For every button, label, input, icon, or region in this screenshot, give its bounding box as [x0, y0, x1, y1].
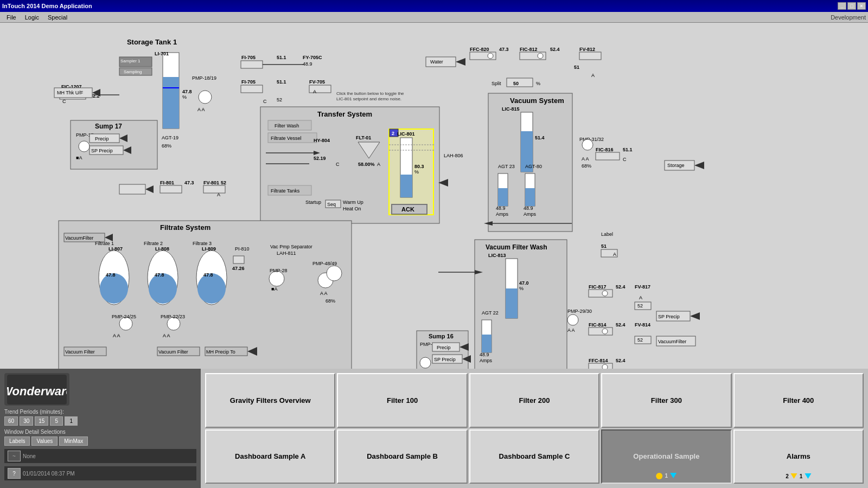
svg-text:Label: Label	[601, 232, 613, 237]
svg-rect-35	[309, 85, 331, 93]
svg-text:51.4: 51.4	[535, 135, 545, 140]
close-button[interactable]: ×	[857, 2, 866, 10]
trend-btn-15[interactable]: 15	[35, 416, 48, 426]
svg-text:FIC-817: FIC-817	[589, 284, 607, 290]
svg-text:Vacuum Filter: Vacuum Filter	[65, 349, 95, 355]
indicator-count-1: 1	[665, 473, 668, 479]
trend-btn-5[interactable]: 5	[50, 416, 63, 426]
nav-btn-filter-300[interactable]: Filter 300	[601, 373, 731, 428]
svg-text:A A: A A	[320, 291, 328, 296]
svg-text:LIC-815: LIC-815	[502, 106, 520, 112]
trend-btn-60[interactable]: 60	[4, 416, 18, 426]
svg-text:C: C	[62, 99, 66, 104]
svg-text:Heat On: Heat On	[343, 206, 361, 211]
title-bar-controls: _ □ ×	[838, 2, 866, 10]
nav-btn-dashboard-sample-c[interactable]: Dashboard Sample C	[469, 429, 599, 484]
svg-text:PMP-24/25: PMP-24/25	[112, 314, 136, 319]
wonderware-panel: Wonderware Trend Periods (minutes): 60 3…	[0, 369, 201, 488]
svg-rect-26	[241, 61, 263, 68]
svg-text:Filtrate Vessel: Filtrate Vessel	[271, 136, 302, 141]
nav-btn-dashboard-sample-a[interactable]: Dashboard Sample A	[205, 429, 335, 484]
detail-btn-values[interactable]: Values	[31, 436, 58, 446]
svg-text:Sampler 1: Sampler 1	[120, 59, 141, 63]
svg-text:FFC-814: FFC-814	[589, 358, 608, 363]
nav-btn-filter-400[interactable]: Filter 400	[733, 373, 864, 428]
svg-text:Wonderware: Wonderware	[7, 384, 67, 398]
svg-text:A: A	[591, 73, 595, 78]
trend-btn-30[interactable]: 30	[20, 416, 33, 426]
window-detail-section: Window Detail Selections Labels Values M…	[4, 429, 196, 446]
minimize-button[interactable]: _	[838, 2, 846, 10]
svg-text:A: A	[377, 162, 380, 167]
svg-text:HY-804: HY-804	[314, 138, 330, 143]
detail-btn-labels[interactable]: Labels	[4, 436, 30, 446]
svg-text:48.9: 48.9	[524, 206, 533, 211]
nav-btn-dashboard-sample-b[interactable]: Dashboard Sample B	[337, 429, 467, 484]
svg-text:47.8: 47.8	[155, 272, 164, 278]
svg-rect-193	[506, 288, 518, 318]
svg-point-241	[420, 357, 431, 368]
svg-text:PI-810: PI-810	[235, 246, 250, 252]
nav-btn-gravity-filters-overview[interactable]: Gravity Filters Overview	[205, 373, 335, 428]
title-bar: InTouch 2014 Demo Application _ □ ×	[0, 0, 868, 12]
svg-rect-136	[203, 185, 225, 193]
svg-text:47.3: 47.3	[499, 47, 509, 52]
svg-text:Vacuum Filter: Vacuum Filter	[158, 349, 188, 355]
svg-text:FIC-814: FIC-814	[589, 322, 607, 328]
svg-text:FV-801: FV-801	[203, 180, 219, 185]
menu-special[interactable]: Special	[43, 13, 72, 22]
storage-tank-1-label: Storage Tank 1	[127, 38, 177, 46]
svg-text:Filtrate System: Filtrate System	[160, 223, 210, 232]
svg-text:48.9: 48.9	[496, 206, 506, 211]
svg-text:51: 51	[601, 243, 607, 249]
svg-rect-169	[596, 152, 620, 160]
svg-text:Amps: Amps	[480, 358, 493, 363]
svg-text:LAH-811: LAH-811	[277, 251, 296, 256]
menu-file[interactable]: File	[2, 13, 21, 22]
svg-text:Vac Pmp Separator: Vac Pmp Separator	[270, 244, 312, 249]
svg-text:PMP-18/19: PMP-18/19	[192, 75, 216, 81]
svg-rect-140	[233, 256, 244, 264]
svg-text:Precip: Precip	[437, 345, 451, 350]
nav-btn-filter-200[interactable]: Filter 200	[469, 373, 599, 428]
help-icon[interactable]: ?	[8, 468, 21, 479]
menu-logic[interactable]: Logic	[21, 13, 43, 22]
svg-text:58.00%: 58.00%	[358, 162, 375, 167]
svg-text:48.9: 48.9	[303, 61, 312, 67]
svg-text:SP Precip: SP Precip	[658, 314, 680, 319]
svg-text:FV-705: FV-705	[309, 79, 325, 85]
svg-text:LI-809: LI-809	[202, 246, 216, 252]
bottom-panel: Wonderware Trend Periods (minutes): 60 3…	[0, 369, 868, 488]
maximize-button[interactable]: □	[847, 2, 856, 10]
nav-grid: Gravity Filters Overview Filter 100 Filt…	[201, 369, 868, 488]
svg-text:LI-807: LI-807	[108, 246, 123, 252]
menu-bar: File Logic Special Development	[0, 12, 868, 23]
svg-text:FIC-816: FIC-816	[596, 147, 614, 152]
indicator-yellow-triangle	[791, 473, 797, 479]
svg-text:C: C	[336, 162, 340, 167]
none-bar: ~ None	[4, 449, 196, 463]
svg-text:C: C	[263, 99, 267, 104]
svg-point-48	[538, 53, 543, 59]
svg-text:FLT-01: FLT-01	[356, 135, 371, 140]
svg-text:47.8: 47.8	[106, 272, 116, 278]
indicator-cyan-triangle-2	[805, 473, 811, 479]
trend-section: Trend Periods (minutes): 60 30 15 5 1	[4, 409, 196, 426]
svg-text:AGT-19: AGT-19	[162, 135, 178, 140]
svg-text:A: A	[217, 192, 220, 197]
wave-icon[interactable]: ~	[8, 451, 21, 461]
nav-btn-filter-100[interactable]: Filter 100	[337, 373, 467, 428]
trend-label: Trend Periods (minutes):	[4, 409, 196, 415]
svg-text:FV-814: FV-814	[635, 322, 650, 328]
nav-btn-alarms[interactable]: Alarms 2 1	[733, 429, 864, 484]
svg-text:LI-808: LI-808	[155, 246, 169, 252]
alarms-indicators: 2 1	[786, 473, 811, 479]
svg-text:80.3: 80.3	[414, 164, 424, 169]
svg-text:Startup: Startup	[305, 200, 321, 205]
title-text: InTouch 2014 Demo Application	[2, 3, 92, 9]
nav-btn-operational-sample[interactable]: Operational Sample 1	[601, 429, 731, 484]
svg-text:52.4: 52.4	[550, 47, 560, 52]
svg-text:51.1: 51.1	[277, 79, 286, 85]
detail-btn-minmax[interactable]: MinMax	[59, 436, 88, 446]
trend-btn-1[interactable]: 1	[65, 416, 78, 426]
